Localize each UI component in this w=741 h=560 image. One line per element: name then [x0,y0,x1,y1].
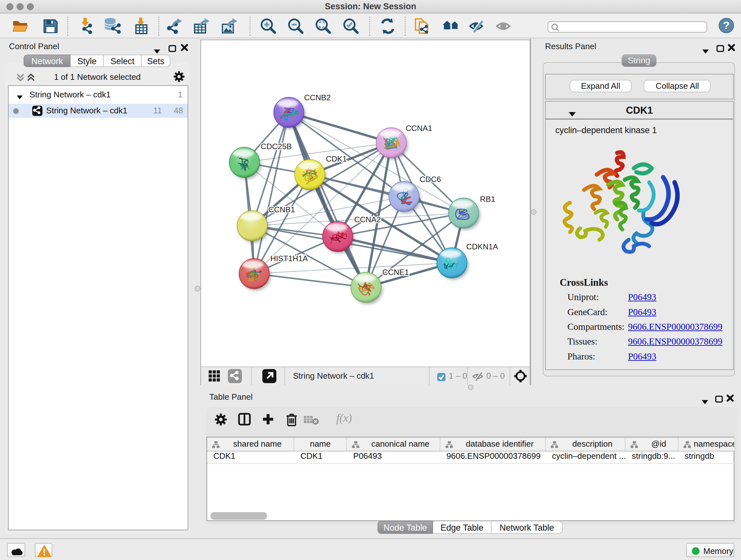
svg-text:CDKN1A: CDKN1A [466,242,498,251]
svg-text:HIST1H1A: HIST1H1A [270,254,308,263]
svg-text:CCNA2: CCNA2 [354,215,381,224]
svg-text:CCNA1: CCNA1 [406,124,432,132]
svg-text:CDC6: CDC6 [420,175,441,184]
svg-text:RB1: RB1 [480,195,495,203]
svg-text:CDK1: CDK1 [326,154,347,163]
svg-text:?: ? [723,19,730,31]
svg-text:CCNB2: CCNB2 [304,93,331,102]
svg-text:CCNE1: CCNE1 [382,268,409,276]
svg-text:CDC25B: CDC25B [261,142,292,151]
svg-text:CCNB1: CCNB1 [268,205,295,214]
